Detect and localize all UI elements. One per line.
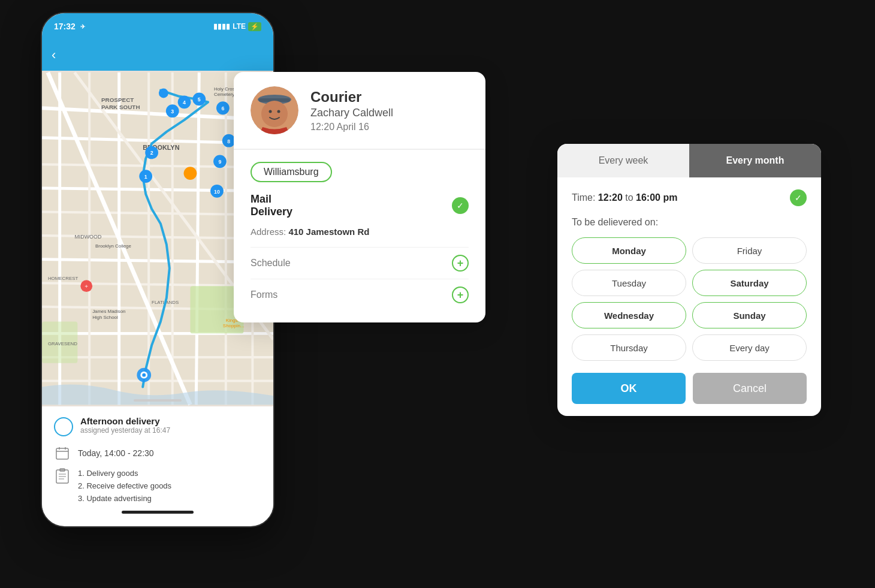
svg-point-53 <box>159 89 168 98</box>
dialog-buttons: OK Cancel <box>572 373 807 404</box>
days-grid: Monday Friday Tuesday Saturday Wednesday… <box>572 237 807 361</box>
svg-text:HOMECREST: HOMECREST <box>48 276 79 281</box>
home-indicator <box>122 511 194 514</box>
svg-text:Shoppin...: Shoppin... <box>223 323 245 328</box>
svg-text:3: 3 <box>171 108 174 114</box>
svg-text:1: 1 <box>144 174 147 180</box>
delivery-type-row: Mail Delivery ✓ <box>251 193 469 218</box>
svg-text:8: 8 <box>227 138 230 144</box>
svg-point-78 <box>261 101 288 127</box>
courier-header: Courier Zachary Caldwell 12:20 April 16 <box>234 72 485 149</box>
svg-text:PROSPECT: PROSPECT <box>101 97 134 103</box>
day-thursday[interactable]: Thursday <box>572 334 686 361</box>
svg-text:Cemetery: Cemetery <box>214 92 234 97</box>
svg-point-52 <box>184 167 197 180</box>
scroll-indicator <box>134 399 182 402</box>
svg-text:6: 6 <box>221 105 224 111</box>
ok-button[interactable]: OK <box>572 373 686 404</box>
courier-card: Courier Zachary Caldwell 12:20 April 16 … <box>234 72 485 322</box>
svg-point-56 <box>142 373 146 377</box>
day-monday[interactable]: Monday <box>572 237 686 264</box>
delivery-circle-icon <box>54 417 73 436</box>
svg-text:4: 4 <box>183 99 186 105</box>
schedule-label: Schedule <box>251 258 291 269</box>
svg-text:5: 5 <box>198 97 201 102</box>
forms-expand-btn[interactable]: + <box>452 287 469 303</box>
location-badge: Williamsburg <box>251 162 332 182</box>
svg-text:GRAVESEND: GRAVESEND <box>48 341 77 346</box>
calendar-icon <box>54 445 71 462</box>
status-icons: ▮▮▮▮ LTE ⚡ <box>213 22 261 31</box>
status-time: 17:32 ✈ <box>54 22 85 31</box>
svg-rect-66 <box>56 448 68 459</box>
svg-text:PARK SOUTH: PARK SOUTH <box>101 104 140 110</box>
svg-point-79 <box>269 110 272 113</box>
day-friday[interactable]: Friday <box>692 237 807 264</box>
time-info-row: Time: 12:20 to 16:00 pm ✓ <box>572 189 807 206</box>
svg-point-80 <box>277 110 280 113</box>
day-every-day[interactable]: Every day <box>692 334 807 361</box>
delivery-title: Afternoon delivery <box>80 416 170 426</box>
phone-bottom-info: Afternoon delivery assigned yesterday at… <box>42 406 273 523</box>
time-check-icon: ✓ <box>790 189 807 206</box>
forms-label: Forms <box>251 290 277 300</box>
cancel-button[interactable]: Cancel <box>693 373 807 404</box>
svg-text:10: 10 <box>214 189 220 195</box>
tab-every-week[interactable]: Every week <box>557 144 689 177</box>
day-sunday[interactable]: Sunday <box>692 302 807 328</box>
svg-text:+: + <box>85 283 88 290</box>
delivery-item: Afternoon delivery assigned yesterday at… <box>54 416 261 436</box>
svg-text:James Madison: James Madison <box>92 309 125 314</box>
tasks-row: 1. Delivery goods 2. Receive defective g… <box>54 468 261 505</box>
courier-body: Williamsburg Mail Delivery ✓ Address: 41… <box>234 150 485 322</box>
clipboard-icon <box>54 468 71 484</box>
status-bar: 17:32 ✈ ▮▮▮▮ LTE ⚡ <box>42 13 273 40</box>
back-button[interactable]: ‹ <box>52 47 56 63</box>
schedule-expand-btn[interactable]: + <box>452 255 469 272</box>
address-row: Address: 410 Jamestown Rd <box>251 227 469 237</box>
time-row: Today, 14:00 - 22:30 <box>54 445 261 462</box>
day-saturday[interactable]: Saturday <box>692 270 807 296</box>
courier-name-label: Zachary Caldwell <box>310 107 469 119</box>
delivery-check-icon: ✓ <box>452 197 469 214</box>
tasks-list: 1. Delivery goods 2. Receive defective g… <box>78 468 171 505</box>
schedule-row[interactable]: Schedule + <box>251 247 469 279</box>
courier-datetime: 12:20 April 16 <box>310 122 469 132</box>
delivery-type-label: Mail Delivery <box>251 193 292 218</box>
schedule-dialog: Every week Every month Time: 12:20 to 16… <box>557 144 821 416</box>
address-label: Address: 410 Jamestown Rd <box>251 227 369 237</box>
courier-role-label: Courier <box>310 89 469 105</box>
svg-text:2: 2 <box>150 150 153 156</box>
phone-header: ‹ <box>42 40 273 71</box>
day-tuesday[interactable]: Tuesday <box>572 270 686 296</box>
dialog-tabs: Every week Every month <box>557 144 821 177</box>
forms-row[interactable]: Forms + <box>251 279 469 310</box>
day-wednesday[interactable]: Wednesday <box>572 302 686 328</box>
svg-text:High School: High School <box>92 315 118 320</box>
svg-text:MIDWOOD: MIDWOOD <box>74 234 101 240</box>
svg-text:9: 9 <box>218 159 221 165</box>
tab-every-month[interactable]: Every month <box>689 144 821 177</box>
deliver-on-label: To be delievered on: <box>572 217 807 228</box>
dialog-body: Time: 12:20 to 16:00 pm ✓ To be deliever… <box>557 177 821 416</box>
time-slot: Today, 14:00 - 22:30 <box>78 448 154 458</box>
courier-avatar <box>251 86 298 134</box>
svg-text:Brooklyn College: Brooklyn College <box>95 243 131 249</box>
courier-info: Courier Zachary Caldwell 12:20 April 16 <box>310 89 469 132</box>
delivery-subtitle: assigned yesterday at 16:47 <box>80 426 170 435</box>
